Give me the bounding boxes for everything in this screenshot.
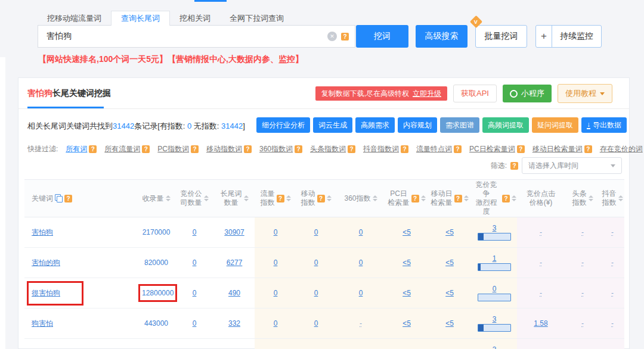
col-header-competition[interactable]: 竞价竞争激烈程度? (472, 180, 517, 217)
value-index_count[interactable]: 12800000 (142, 289, 174, 297)
tutorial-button[interactable]: 使用教程 (558, 84, 612, 103)
value-douyin_index[interactable]: - (611, 289, 614, 297)
value-index_360[interactable]: 0 (359, 258, 363, 267)
value-mobile_daily[interactable]: <5 (445, 289, 454, 297)
value-toutiao_index[interactable]: - (581, 228, 584, 236)
tab-dropdown-words-query[interactable]: 全网下拉词查询 (220, 11, 293, 26)
col-header-traffic_index[interactable]: 流量指数? (255, 180, 296, 217)
value-douyin_index[interactable]: - (611, 319, 614, 328)
add-monitor-icon[interactable]: + (536, 26, 552, 47)
value-mobile_daily[interactable]: <5 (445, 319, 454, 328)
sort-icon[interactable] (464, 195, 469, 201)
value-bid_companies[interactable]: 0 (193, 319, 197, 328)
action-button-词云生成[interactable]: 词云生成 (313, 117, 352, 133)
value-index_count[interactable]: 820000 (144, 258, 168, 267)
sort-icon[interactable] (618, 195, 623, 201)
sort-icon[interactable] (373, 195, 377, 201)
help-icon[interactable]: ? (317, 195, 325, 202)
value-longtail_count[interactable]: 490 (228, 289, 240, 297)
value-mobile_daily[interactable]: <5 (445, 258, 454, 267)
keyword-link[interactable]: 害怕的狗 (32, 258, 60, 267)
filter-item-PC日检索量词[interactable]: PC日检索量词? (469, 144, 525, 154)
value-pc_daily[interactable]: <5 (402, 319, 411, 328)
value-index_360[interactable]: 0 (359, 289, 363, 297)
upgrade-link[interactable]: 立即升级 (413, 89, 441, 99)
tab-dig-related-words[interactable]: 挖相关词 (170, 11, 220, 26)
value-click_price[interactable]: - (540, 289, 542, 297)
keyword-link[interactable]: 害怕狗 (32, 228, 53, 236)
value-mobile_index[interactable]: 0 (314, 319, 318, 328)
advanced-search-button[interactable]: 高级搜索 (416, 25, 467, 48)
continuous-monitor-button[interactable]: 持续监控 (552, 26, 601, 47)
value-douyin_index[interactable]: - (611, 228, 614, 236)
value-index_count[interactable]: 2170000 (143, 228, 171, 236)
help-icon[interactable]: ? (510, 162, 518, 170)
value-click_price[interactable]: 1.58 (534, 319, 547, 328)
value-longtail_count[interactable]: 6277 (227, 258, 243, 267)
action-button-需求图谱[interactable]: 需求图谱 (440, 117, 479, 133)
keyword-search-input[interactable]: 害怕狗 ✕ ? (38, 25, 355, 48)
sort-icon[interactable] (244, 195, 249, 201)
filter-item-360指数词[interactable]: 360指数词? (259, 144, 302, 154)
competition-value[interactable]: 3 (493, 225, 497, 232)
keyword-link[interactable]: 狗害怕 (32, 319, 53, 328)
action-button-内容规划[interactable]: 内容规划 (398, 117, 437, 133)
action-button-高频词提取[interactable]: 高频词提取 (482, 117, 529, 133)
filter-item-存在竞价的词[interactable]: 存在竞价的词? (600, 144, 644, 154)
col-header-index_count[interactable]: 收录量 (138, 180, 175, 217)
value-mobile_index[interactable]: 0 (314, 228, 318, 236)
help-icon[interactable]: ? (454, 195, 462, 202)
value-bid_companies[interactable]: 0 (193, 289, 197, 297)
help-icon[interactable]: ? (277, 195, 284, 202)
value-traffic_index[interactable]: 0 (274, 228, 278, 236)
sort-icon[interactable] (512, 195, 516, 201)
sort-icon[interactable] (327, 195, 332, 201)
competition-value[interactable]: 3 (493, 346, 497, 349)
col-header-toutiao_index[interactable]: 头条指数 (565, 180, 600, 217)
promo-banner[interactable]: 【网站快速排名,100个词一天5元】【营销情报中心,大数据内参、监控】 (38, 54, 304, 65)
value-toutiao_index[interactable]: - (581, 289, 584, 297)
filter-item-流量特点词[interactable]: 流量特点词? (416, 144, 462, 154)
sort-icon[interactable] (421, 195, 426, 201)
value-bid_companies[interactable]: 0 (193, 228, 197, 236)
action-button-细分行业分析[interactable]: 细分行业分析 (256, 117, 310, 133)
value-pc_daily[interactable]: <5 (402, 289, 411, 297)
value-traffic_index[interactable]: 0 (274, 319, 278, 328)
help-icon[interactable]: ? (411, 195, 419, 202)
value-click_price[interactable]: - (540, 228, 542, 236)
value-mobile_index[interactable]: 0 (314, 258, 318, 267)
filter-item-抖音指数词[interactable]: 抖音指数词? (363, 144, 408, 154)
col-header-mobile_index[interactable]: 移动指数? (296, 180, 336, 217)
action-button-导出数据[interactable]: ↓导出数据 (581, 117, 627, 133)
value-traffic_index[interactable]: 0 (274, 258, 278, 267)
col-header-bid_companies[interactable]: 竞价公司数量 (175, 180, 214, 217)
tab-query-longtail-words[interactable]: 查询长尾词 (111, 11, 170, 26)
value-pc_daily[interactable]: <5 (402, 228, 411, 236)
dig-words-button[interactable]: 挖词 (356, 25, 408, 48)
value-douyin_index[interactable]: - (611, 258, 614, 267)
copy-icon[interactable] (55, 194, 63, 202)
value-index_count[interactable]: 443000 (144, 319, 168, 328)
filter-item-所有词[interactable]: 所有词? (66, 144, 97, 154)
miniapp-button[interactable]: 小程序 (503, 85, 552, 102)
value-bid_companies[interactable]: 0 (193, 258, 197, 267)
sort-icon[interactable] (589, 195, 593, 201)
filter-item-PC指数词[interactable]: PC指数词? (157, 144, 199, 154)
sort-icon[interactable] (204, 195, 209, 201)
keyword-link[interactable]: 很害怕狗 (32, 288, 60, 298)
help-icon[interactable]: ? (64, 195, 72, 202)
value-index_360[interactable]: 0 (359, 228, 363, 236)
value-toutiao_index[interactable]: - (581, 258, 584, 267)
value-longtail_count[interactable]: 332 (228, 319, 240, 328)
value-toutiao_index[interactable]: - (581, 319, 584, 328)
get-api-button[interactable]: 获取API (453, 85, 497, 102)
filter-item-头条指数词[interactable]: 头条指数词? (310, 144, 355, 154)
storage-time-select[interactable]: 请选择入库时间 (522, 157, 622, 174)
help-icon[interactable]: ? (341, 33, 349, 40)
action-button-疑问词提取[interactable]: 疑问词提取 (532, 117, 578, 133)
batch-dig-button[interactable]: 批量挖词 (475, 25, 527, 48)
value-longtail_count[interactable]: 30907 (224, 228, 244, 236)
competition-value[interactable]: 3 (493, 316, 497, 323)
action-button-高频需求[interactable]: 高频需求 (355, 117, 395, 133)
value-mobile_index[interactable]: 0 (314, 289, 318, 297)
